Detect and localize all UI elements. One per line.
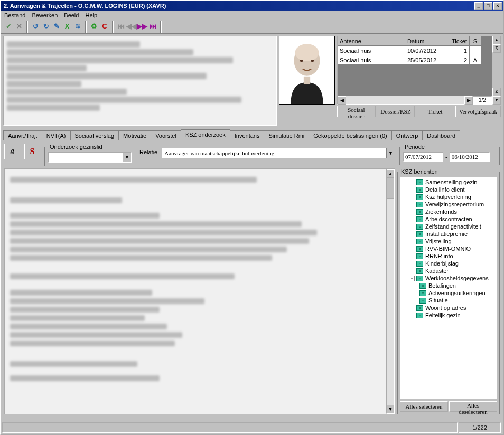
scroll-thumb[interactable] (387, 178, 394, 199)
status-page: 1/222 (459, 422, 501, 433)
tree-item-label: Activeringsuitkeringen (428, 290, 486, 296)
tool-icon-3[interactable]: ✎ (51, 22, 62, 32)
tab-aanvr-traj[interactable]: Aanvr./Traj. (3, 130, 42, 140)
tab-inventaris[interactable]: Inventaris (230, 130, 265, 140)
tree-item-label: Feitelijk gezin (425, 312, 461, 318)
grid-scroll-left-icon[interactable]: ◀ (338, 96, 346, 105)
nav-prev-icon[interactable]: ◀◀ (126, 22, 137, 32)
s-button[interactable]: S (24, 144, 40, 159)
tree-item[interactable]: ≡Installatiepremie (402, 230, 496, 238)
onderzoek-gezinslid-combo[interactable]: ▼ (48, 152, 132, 163)
tab-ksz-onderzoek[interactable]: KSZ onderzoek (181, 129, 230, 140)
tool-icon-1[interactable]: ↺ (30, 22, 41, 32)
scroll-up-icon[interactable]: ▲ (387, 169, 394, 178)
cancel-icon[interactable]: ✕ (14, 22, 24, 32)
menu-beeld[interactable]: Beeld (64, 12, 79, 18)
print-button[interactable]: 🖨 (4, 144, 20, 159)
nav-last-icon[interactable]: ⏭ (147, 22, 158, 32)
tree-item-label: Zelfstandigenactiviteit (425, 223, 481, 230)
chevron-down-icon[interactable]: ▼ (123, 153, 131, 162)
onderzoek-gezinslid-input[interactable] (49, 153, 123, 162)
confirm-icon[interactable]: ✓ (3, 22, 14, 32)
sociaal-dossier-button[interactable]: Sociaal dossier (337, 106, 376, 117)
col-antenne[interactable]: Antenne (338, 36, 405, 46)
col-ticket[interactable]: Ticket (446, 36, 470, 46)
tree-expand-icon[interactable]: - (409, 276, 415, 281)
tab-gekoppelde-beslissingen[interactable]: Gekoppelde beslissingen (0) (309, 130, 391, 140)
vervolgafspraak-button[interactable]: Vervolgafspraak (455, 106, 501, 117)
alles-deselecteren-button[interactable]: Alles deselecteren (449, 401, 497, 412)
periode-to-input[interactable] (450, 152, 490, 162)
tree-item[interactable]: ≡Betalingen (402, 282, 496, 289)
grid-vscroll-up-icon[interactable]: ▲ (492, 36, 501, 44)
ticket-button[interactable]: Ticket (416, 106, 454, 117)
relatie-combo[interactable]: ▼ (162, 148, 395, 158)
document-icon: ≡ (416, 268, 423, 274)
grid-vscroll-top-icon[interactable]: ⊼ (492, 44, 501, 53)
tree-item[interactable]: ≡Kadaster (402, 267, 496, 275)
excel-icon[interactable]: X (62, 22, 72, 32)
table-row[interactable]: Sociaal huis 10/07/2012 1 (338, 46, 492, 55)
tree-item-label: Betalingen (428, 282, 456, 289)
grid-scroll-right-icon[interactable]: ▶ (464, 96, 473, 105)
dossier-ksz-button[interactable]: Dossier/KSZ (377, 106, 415, 117)
tree-item-label: Arbeidscontracten (425, 216, 472, 222)
tree-item[interactable]: ≡RVV-BIM-OMNIO (402, 245, 496, 252)
ksz-berichten-tree[interactable]: ≡Samenstelling gezin≡Detailinfo client≡K… (400, 177, 497, 399)
tickets-grid[interactable]: Antenne Datum Ticket S Sociaal huis 10/0… (337, 36, 492, 105)
table-row[interactable]: Sociaal huis 25/05/2012 2 A (338, 55, 492, 65)
alles-selecteren-button[interactable]: Alles selecteren (400, 401, 448, 412)
tree-item[interactable]: ≡Vrijstelling (402, 238, 496, 245)
tree-item[interactable]: ≡Detailinfo client (402, 186, 496, 193)
tree-item[interactable]: ≡Ziekenfonds (402, 208, 496, 215)
tab-voorstel[interactable]: Voorstel (151, 130, 181, 140)
tree-item[interactable]: ≡Zelfstandigenactiviteit (402, 223, 496, 230)
tab-nvt-a[interactable]: NVT(A) (42, 130, 71, 140)
grid-vscroll-bottom-icon[interactable]: ⊻ (492, 88, 501, 96)
menu-bestand[interactable]: Bestand (4, 12, 25, 18)
status-cell (2, 422, 458, 433)
close-button[interactable]: × (493, 2, 502, 10)
maximize-button[interactable]: □ (484, 2, 492, 10)
document-icon: ≡ (416, 194, 423, 200)
ksz-berichten-label: KSZ berichten (400, 168, 439, 175)
tab-sociaal-verslag[interactable]: Sociaal verslag (70, 130, 119, 140)
tool-icon-2[interactable]: ↻ (41, 22, 51, 32)
report-vscrollbar[interactable]: ▲ ▼ (386, 169, 395, 414)
chevron-down-icon[interactable]: ▼ (386, 148, 395, 158)
periode-label: Periode (403, 144, 426, 150)
col-datum[interactable]: Datum (405, 36, 446, 46)
relatie-input[interactable] (162, 148, 386, 158)
grid-vscroll-down-icon[interactable]: ▼ (492, 96, 501, 105)
tree-item[interactable]: ≡Situatie (402, 297, 496, 304)
menu-bewerken[interactable]: Bewerken (32, 12, 58, 18)
document-icon: ≡ (416, 261, 423, 267)
tree-item[interactable]: ≡Ksz hulpverlening (402, 193, 496, 201)
tree-item[interactable]: ≡RRNR info (402, 252, 496, 260)
grid-scroll-track[interactable] (346, 96, 464, 104)
tree-item[interactable]: ≡Feitelijk gezin (402, 311, 496, 319)
minimize-button[interactable]: _ (474, 2, 483, 10)
tree-item[interactable]: ≡Arbeidscontracten (402, 215, 496, 223)
tool-icon-4[interactable]: ≋ (72, 22, 83, 32)
nav-first-icon[interactable]: ⏮ (116, 22, 126, 32)
tab-motivatie[interactable]: Motivatie (118, 130, 151, 140)
tree-item-label: Situatie (428, 297, 448, 304)
col-s[interactable]: S (470, 36, 481, 46)
tree-item[interactable]: ≡Kinderbijslag (402, 260, 496, 267)
svg-rect-5 (304, 77, 310, 84)
periode-from-input[interactable] (403, 152, 443, 162)
scroll-down-icon[interactable]: ▼ (387, 405, 394, 413)
tab-dashboard[interactable]: Dashboard (422, 130, 460, 140)
letter-c-icon[interactable]: C (99, 22, 110, 32)
tree-item[interactable]: -≡Werkloosheidsgegevens (402, 275, 496, 282)
tree-item[interactable]: ≡Samenstelling gezin (402, 178, 496, 186)
nav-next-icon[interactable]: ▶▶ (137, 22, 147, 32)
tree-item[interactable]: ≡Woont op adres (402, 304, 496, 311)
tree-item[interactable]: ≡Verwijzingsrepertorium (402, 201, 496, 208)
tree-item[interactable]: ≡Activeringsuitkeringen (402, 289, 496, 297)
tab-simulatie-rmi[interactable]: Simulatie Rmi (264, 130, 309, 140)
tab-ontwerp[interactable]: Ontwerp (391, 130, 423, 140)
menu-help[interactable]: Help (85, 12, 97, 18)
refresh-icon[interactable]: ♻ (89, 22, 99, 32)
